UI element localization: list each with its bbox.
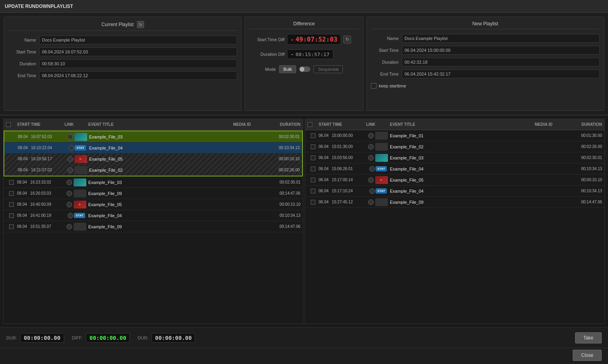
row-event-title: Example_File_03: [390, 155, 535, 160]
row-duration: 00:00:10.10: [566, 178, 602, 182]
link-circle: [67, 134, 73, 140]
start-diff-sign: -: [291, 36, 294, 43]
close-button[interactable]: Close: [573, 350, 602, 361]
row-checkbox[interactable]: [311, 167, 315, 171]
row-duration: 00:02:30.01: [264, 135, 300, 139]
bulk-mode-button[interactable]: Bulk: [279, 65, 296, 73]
row-link-cell: ▶: [65, 155, 89, 163]
start-diff-value: 49:07:52:03: [295, 36, 337, 43]
link-circle: [368, 133, 374, 138]
table-row[interactable]: 06.04 15:17:00.14 ▶ Example_File_05 00:0…: [305, 174, 604, 186]
row-link-cell: [366, 143, 390, 151]
row-link-cell: [366, 198, 390, 206]
right-table-header: START TIME LINK EVENT TITLE MEDIA ID DUR…: [305, 119, 604, 130]
row-checkbox[interactable]: [311, 189, 315, 193]
thumbnail-dark: [74, 190, 86, 197]
table-row[interactable]: 08.04 16:21:07.02 Example_File_02 00:02:…: [4, 165, 302, 176]
row-checkbox-cell: [308, 178, 319, 182]
row-checkbox[interactable]: [311, 133, 315, 138]
left-check-all[interactable]: [6, 122, 17, 127]
link-circle: [66, 191, 72, 196]
left-table-header: START TIME LINK EVENT TITLE MEDIA ID DUR…: [4, 119, 303, 130]
row-starttime: 06.04 15:17:10.24: [319, 189, 366, 193]
table-row[interactable]: 06.04 15:00:00.00 Example_File_01 00:01:…: [305, 130, 604, 141]
footer-timecodes: DUR: 00:00:00.00 DIFF: 00:00:00.00 DUR: …: [6, 333, 195, 343]
table-row[interactable]: 06.04 15:03:56.00 Example_File_03 00:02:…: [305, 152, 604, 163]
row-checkbox-cell: [6, 202, 17, 207]
table-row[interactable]: 08.04 16:07:52.03 Example_File_03 00:02:…: [4, 131, 302, 142]
table-row[interactable]: 08.04 16:10:22.04 STAT Example_File_04 0…: [4, 142, 302, 154]
row-checkbox[interactable]: [9, 180, 14, 185]
row-starttime: 08.04 16:20:56.17: [18, 157, 65, 161]
row-link-cell: [65, 178, 88, 186]
row-link-cell: STAT: [366, 166, 390, 172]
new-duration-value: 00:42:32.18: [402, 58, 600, 66]
status-button[interactable]: STAT: [376, 188, 387, 193]
table-row[interactable]: 06.04 15:01:30.00 Example_File_02 00:02:…: [305, 141, 604, 152]
row-checkbox[interactable]: [311, 155, 315, 160]
table-row[interactable]: 08.04 16:51:35.07 Example_File_09 00:14:…: [4, 221, 303, 232]
left-col-mediaid: MEDIA ID: [233, 122, 265, 127]
link-circle: [369, 166, 375, 172]
left-select-all-checkbox[interactable]: [6, 122, 11, 127]
left-dur-value: 00:00:00.00: [20, 333, 64, 343]
row-checkbox[interactable]: [311, 144, 315, 149]
right-check-all[interactable]: [308, 122, 319, 127]
link-circle: [368, 155, 374, 161]
row-duration: 00:02:26.00: [566, 144, 602, 149]
table-row[interactable]: 08.04 16:41:00.19 STAT Example_File_04 0…: [4, 210, 303, 221]
take-button[interactable]: Take: [575, 332, 602, 343]
row-event-title: Example_File_05: [88, 202, 233, 207]
left-table-panel: START TIME LINK EVENT TITLE MEDIA ID DUR…: [3, 119, 303, 324]
row-starttime: 08.04 16:23:33.02: [17, 180, 65, 184]
status-button[interactable]: STAT: [75, 145, 86, 150]
row-link-cell: [366, 132, 390, 140]
row-checkbox[interactable]: [311, 178, 315, 182]
status-button[interactable]: STAT: [376, 166, 387, 171]
left-col-link: LINK: [65, 122, 88, 127]
link-circle: [368, 177, 374, 183]
table-row[interactable]: 08.04 16:23:33.02 Example_File_03 00:02:…: [4, 177, 303, 188]
row-checkbox-cell: [6, 191, 17, 196]
thumbnail-dark: [74, 223, 86, 231]
link-circle: [67, 167, 73, 173]
difference-panel: Difference Start Time Diff - 49:07:52:03…: [245, 17, 363, 111]
thumbnail-dark: [74, 166, 87, 174]
table-row[interactable]: 08.04 16:40:50.09 ▶ Example_File_05 00:0…: [4, 199, 303, 210]
table-row[interactable]: 08.04 16:20:56.17 ▶ Example_File_05 00:0…: [4, 154, 302, 165]
row-checkbox[interactable]: [9, 224, 14, 229]
status-button[interactable]: STAT: [74, 213, 85, 218]
mode-toggle[interactable]: [299, 66, 310, 72]
row-checkbox[interactable]: [311, 200, 315, 205]
right-select-all-checkbox[interactable]: [308, 122, 312, 127]
row-checkbox-cell: [308, 155, 319, 160]
table-row[interactable]: 06.04 15:27:45.12 Example_File_09 00:14:…: [305, 197, 604, 208]
table-row[interactable]: 06.04 15:06:26.01 STAT Example_File_04 0…: [305, 163, 604, 174]
sequential-mode-button[interactable]: Sequential: [314, 65, 343, 73]
row-event-title: Example_File_04: [390, 189, 535, 193]
row-starttime: 08.04 16:07:52.03: [18, 135, 65, 139]
start-diff-reset[interactable]: ↻: [343, 36, 351, 44]
row-event-title: Example_File_05: [390, 178, 535, 182]
thumbnail-red: ▶: [74, 155, 87, 163]
thumbnail-cyan: [74, 178, 86, 186]
row-starttime: 08.04 16:21:07.02: [18, 168, 65, 172]
row-event-title: Example_File_09: [88, 191, 233, 196]
duration-label: Duration: [8, 61, 36, 66]
table-row[interactable]: 06.04 15:17:10.24 STAT Example_File_04 0…: [305, 186, 604, 197]
row-checkbox[interactable]: [9, 213, 14, 218]
link-circle: [68, 213, 73, 218]
footer-buttons: Take: [575, 332, 602, 343]
duration-diff-label: Duration Diff: [249, 52, 285, 57]
table-row[interactable]: 08.04 16:26:03.03 Example_File_09 00:14:…: [4, 188, 303, 199]
right-dur-value: 00:00:00.00: [152, 333, 196, 343]
row-checkbox[interactable]: [9, 191, 14, 196]
row-starttime: 06.04 15:27:45.12: [319, 200, 366, 204]
row-duration: 00:14:47.06: [265, 224, 300, 229]
keep-starttime-checkbox[interactable]: [371, 83, 376, 89]
row-checkbox[interactable]: [9, 202, 14, 207]
link-circle: [67, 156, 73, 162]
link-circle: [66, 224, 72, 229]
refresh-button[interactable]: ↻: [137, 21, 144, 28]
row-link-cell: [366, 154, 390, 162]
